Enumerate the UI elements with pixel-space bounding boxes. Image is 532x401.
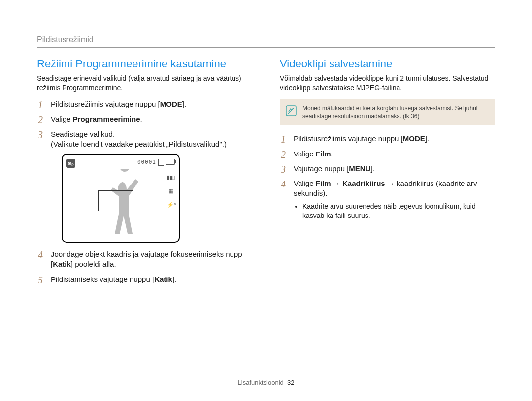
right-column: Videoklipi salvestamine Võimaldab salves… (280, 57, 495, 289)
film-mode-label: Film (316, 150, 331, 158)
note-text: Mõned mälukaardid ei toeta kõrglahutuseg… (302, 104, 489, 120)
section-title-video: Videoklipi salvestamine (280, 57, 495, 71)
sd-card-icon (158, 159, 164, 166)
steps-list-right: Pildistusrežiimis vajutage nuppu [MODE].… (280, 134, 495, 220)
mode-button-label: MODE (160, 100, 182, 108)
battery-icon (166, 159, 175, 165)
camera-mode-icon: ◙ₚ (66, 159, 75, 168)
frame-counter: 00001 (137, 159, 156, 166)
page-number: 32 (287, 379, 294, 386)
step-4-sub-item: Kaadrite arvu suurenedes näib tegevus lo… (302, 202, 495, 220)
step-4: Joondage objekt kaadris ja vajutage foku… (37, 249, 252, 270)
step-4-sublist: Kaadrite arvu suurenedes näib tegevus lo… (302, 202, 495, 220)
step-5: Pildistamiseks vajutage nuppu [Katik]. (37, 275, 252, 284)
step-3: Vajutage nuppu [MENU]. (280, 164, 495, 174)
left-column: Režiimi Programmeerimine kasutamine Sead… (37, 57, 252, 289)
menu-button-label: MENU (349, 164, 370, 173)
intro-text: Seadistage erinevaid valikuid (välja arv… (37, 74, 252, 93)
metering-icon: ▦ (167, 187, 175, 194)
camera-screen-illustration: ◙ₚ 00001 ▮◧ ▦ ⚡ᴬ (62, 154, 180, 243)
step-1: Pildistusrežiimis vajutage nuppu [MODE]. (280, 134, 495, 144)
section-title-program-mode: Režiimi Programmeerimine kasutamine (37, 57, 252, 71)
image-size-icon: ▮◧ (167, 174, 175, 181)
step-text: Pildistusrežiimis vajutage nuppu [ (51, 100, 160, 108)
note-icon (286, 105, 297, 116)
breadcrumb: Pildistusrežiimid (37, 34, 495, 45)
two-column-layout: Režiimi Programmeerimine kasutamine Sead… (37, 57, 495, 289)
mode-button-label: MODE (403, 134, 425, 143)
manual-page: Pildistusrežiimid Režiimi Programmeerimi… (0, 0, 532, 401)
intro-text: Võimaldab salvestada videoklippe kuni 2 … (280, 74, 495, 93)
shutter-button-label: Katik (154, 275, 172, 283)
focus-frame (98, 190, 133, 211)
divider (37, 47, 495, 48)
page-footer: Lisafunktsioonid 32 (0, 378, 532, 387)
step-3-sub: (Valikute loendit vaadake peatükist „Pil… (51, 139, 252, 149)
step-2: Valige Film. (280, 149, 495, 159)
step-2: Valige Programmeerimine. (37, 114, 252, 124)
note-box: Mõned mälukaardid ei toeta kõrglahutuseg… (280, 99, 495, 125)
flash-icon: ⚡ᴬ (167, 201, 175, 208)
steps-list-left: Pildistusrežiimis vajutage nuppu [MODE].… (37, 99, 252, 284)
step-1: Pildistusrežiimis vajutage nuppu [MODE]. (37, 99, 252, 109)
step-4: Valige Film → Kaadrikiirus → kaadrikiiru… (280, 179, 495, 220)
screen-right-icons: ▮◧ ▦ ⚡ᴬ (167, 174, 175, 208)
shutter-button-label: Katik (53, 260, 71, 268)
step-3: Seadistage valikud. (Valikute loendit va… (37, 129, 252, 243)
mode-name: Programmeerimine (73, 115, 140, 123)
footer-label: Lisafunktsioonid (238, 379, 284, 386)
